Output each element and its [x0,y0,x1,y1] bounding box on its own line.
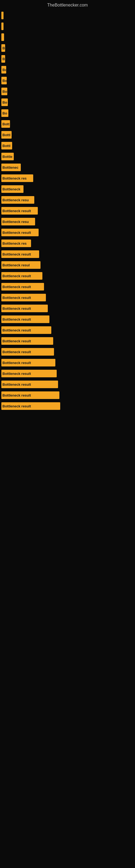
bar-row: Bottleneck result [1,315,132,323]
bar-label: Bottleneck resu [1,196,34,204]
bar-row [1,23,132,30]
bar-label: Bottleneck result [1,402,60,410]
bar-row: B [1,55,132,63]
bar-label: Bottleneck result [1,272,42,280]
bar-row: Bottleneck result [1,207,132,215]
bar-label: Bo [1,109,8,117]
bar-label: Bottleneck result [1,207,38,215]
bar-row [1,33,132,41]
bar-label [1,23,3,30]
bar-label: Bo [1,88,7,95]
bar-label: Bottleneck result [1,392,59,399]
bars-container: BBBoBoBoBoBoBottBottlBottlBottleBottlene… [0,9,135,416]
bar-label: Bottl [1,142,12,150]
bar-row: Bo [1,88,132,95]
bar-row: Bottleneck [1,185,132,193]
bar-label: Bottleneck result [1,370,57,377]
bar-row: Bottleneck result [1,229,132,236]
bar-label: Bottleneck result [1,380,58,388]
bar-row: Bottleneck result [1,283,132,290]
bar-row: Bo [1,66,132,73]
bar-label: Bottleneck [1,185,24,193]
bar-row: Bottle [1,153,132,160]
bar-label: B [1,44,5,52]
bar-label: Bottleneck result [1,337,53,345]
bar-row: Bottl [1,142,132,150]
bar-label: Bottleneck result [1,326,51,334]
bar-row: Bottl [1,131,132,138]
bar-row: Bottleneck result [1,359,132,367]
bar-row: Bo [1,109,132,117]
bar-label: Bottleneck result [1,359,55,367]
bar-row: Bottleneck result [1,380,132,388]
bar-row: B [1,44,132,52]
bar-label: Bottleneck result [1,229,39,236]
bar-row: Bottleneck result [1,348,132,355]
bar-row: Bottlenec [1,163,132,171]
bar-label [1,12,3,19]
bar-row: Bottleneck result [1,272,132,280]
bar-row: Bott [1,120,132,128]
bar-label: Bottleneck res [1,175,33,182]
bar-row [1,12,132,19]
bar-row: Bottleneck result [1,370,132,377]
bar-label: Bottleneck resul [1,261,41,269]
bar-label: Bottleneck result [1,250,39,258]
bar-label: Bott [1,120,10,128]
bar-label: Bottleneck res [1,240,31,247]
bar-label: Bottlenec [1,163,21,171]
bar-row: Bo [1,98,132,106]
bar-row: Bottleneck result [1,250,132,258]
bar-row: Bottleneck resul [1,261,132,269]
bar-row: Bottleneck result [1,337,132,345]
bar-label: Bottleneck result [1,283,44,290]
bar-label: Bottle [1,153,14,160]
bar-row: Bottleneck res [1,175,132,182]
bar-row: Bottleneck resu [1,196,132,204]
bar-label: B [1,55,5,63]
bar-row: Bo [1,77,132,84]
bar-label [1,33,4,41]
bar-row: Bottleneck result [1,392,132,399]
site-title: TheBottlenecker.com [0,0,135,9]
bar-label: Bottl [1,131,12,138]
bar-label: Bottleneck result [1,305,48,312]
bar-label: Bottleneck result [1,315,49,323]
bar-label: Bottleneck resu [1,218,35,225]
bar-label: Bottleneck result [1,294,46,301]
bar-label: Bottleneck result [1,348,54,355]
bar-row: Bottleneck resu [1,218,132,225]
bar-label: Bo [1,66,6,73]
bar-row: Bottleneck result [1,305,132,312]
bar-label: Bo [1,98,8,106]
bar-row: Bottleneck result [1,326,132,334]
bar-row: Bottleneck res [1,240,132,247]
bar-label: Bo [1,77,7,84]
bar-row: Bottleneck result [1,294,132,301]
bar-row: Bottleneck result [1,402,132,410]
